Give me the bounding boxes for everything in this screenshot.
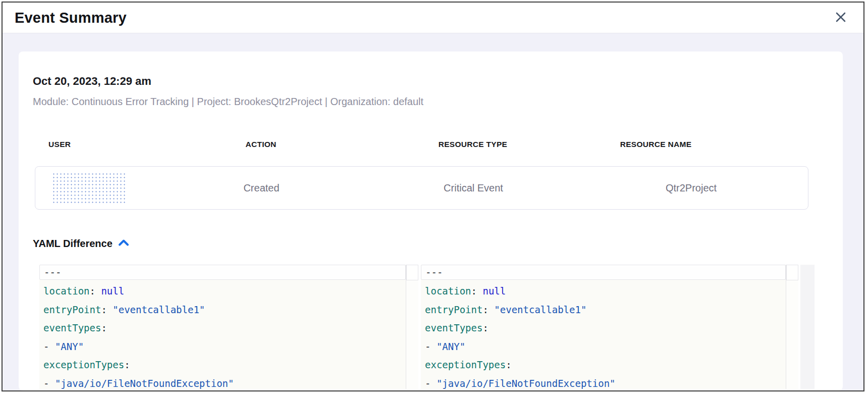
modal-title: Event Summary (15, 10, 127, 26)
event-meta: Module: Continuous Error Tracking | Proj… (33, 96, 815, 108)
yaml-diff-right-pane: ---location: nullentryPoint: "eventcalla… (421, 265, 798, 389)
event-card: Oct 20, 2023, 12:29 am Module: Continuou… (19, 52, 843, 390)
modal-header: Event Summary (3, 3, 863, 33)
action-cell: Created (150, 182, 372, 194)
code-line: exceptionTypes: (39, 356, 406, 374)
left-pane-scrollbar[interactable] (406, 265, 418, 389)
redacted-user-pattern (52, 172, 126, 204)
resource-type-cell: Critical Event (372, 182, 574, 194)
table-header-row: USER ACTION RESOURCE TYPE RESOURCE NAME (35, 140, 808, 149)
chevron-up-icon (118, 238, 130, 249)
yaml-diff-left-code[interactable]: ---location: nullentryPoint: "eventcalla… (39, 265, 406, 389)
right-scrollbar-thumb[interactable] (786, 265, 798, 280)
left-scrollbar-thumb[interactable] (406, 265, 418, 280)
code-line: entryPoint: "eventcallable1" (39, 301, 406, 319)
yaml-difference-label: YAML Difference (33, 238, 113, 250)
event-timestamp: Oct 20, 2023, 12:29 am (33, 75, 815, 88)
yaml-diff-right-code[interactable]: ---location: nullentryPoint: "eventcalla… (421, 265, 786, 389)
user-cell (35, 172, 150, 204)
yaml-diff-left-pane: ---location: nullentryPoint: "eventcalla… (39, 265, 418, 389)
code-line: --- (421, 265, 786, 280)
column-header-action: ACTION (150, 140, 372, 149)
yaml-diff-viewer: ---location: nullentryPoint: "eventcalla… (39, 265, 815, 389)
close-icon (834, 11, 847, 25)
code-line: eventTypes: (421, 319, 786, 337)
yaml-difference-toggle[interactable]: YAML Difference (33, 238, 130, 250)
event-summary-modal: Event Summary Oct 20, 2023, 12:29 am Mod… (2, 2, 864, 391)
column-header-resource-name: RESOURCE NAME (574, 140, 808, 149)
code-line: exceptionTypes: (421, 356, 786, 374)
code-line: entryPoint: "eventcallable1" (421, 301, 786, 319)
resource-name-cell: Qtr2Project (574, 182, 808, 194)
diff-vertical-scrollbar-track[interactable] (800, 265, 815, 389)
code-line: - "ANY" (39, 337, 406, 356)
code-line: - "java/io/FileNotFoundException" (421, 374, 786, 389)
audit-table: USER ACTION RESOURCE TYPE RESOURCE NAME … (35, 140, 808, 210)
close-button[interactable] (833, 10, 848, 25)
right-pane-scrollbar[interactable] (786, 265, 798, 389)
code-line: eventTypes: (39, 319, 406, 337)
modal-body: Oct 20, 2023, 12:29 am Module: Continuou… (3, 33, 863, 390)
code-line: --- (39, 265, 406, 280)
code-line: location: null (39, 282, 406, 301)
code-line: - "ANY" (421, 337, 786, 356)
column-header-user: USER (35, 140, 150, 149)
column-header-resource-type: RESOURCE TYPE (372, 140, 574, 149)
code-line: location: null (421, 282, 786, 301)
table-row: Created Critical Event Qtr2Project (35, 166, 808, 210)
code-line: - "java/io/FileNotFoundException" (39, 374, 406, 389)
